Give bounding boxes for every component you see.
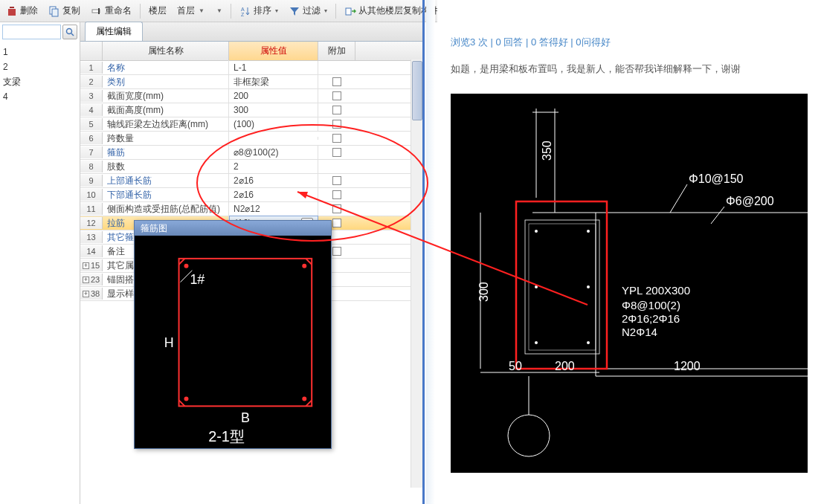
sort-button[interactable]: AZ 排序 ▾: [235, 3, 283, 19]
floor-selector[interactable]: 楼层: [144, 3, 171, 19]
tree-item[interactable]: 支梁: [1, 74, 78, 89]
floor-value: 首层: [177, 4, 195, 17]
property-name: 肢数: [103, 159, 229, 175]
svg-point-30: [587, 341, 590, 344]
append-checkbox[interactable]: [332, 190, 341, 199]
append-checkbox[interactable]: [332, 120, 341, 129]
property-row[interactable]: 6跨数量: [80, 132, 422, 146]
copy-icon: [48, 5, 60, 17]
filter-button[interactable]: 过滤 ▾: [284, 3, 332, 19]
property-name: 下部通长筋: [103, 187, 229, 203]
append-checkbox[interactable]: [332, 77, 341, 86]
property-row[interactable]: 5轴线距梁左边线距离(mm)(100): [80, 117, 422, 132]
property-row[interactable]: 9上部通长筋2⌀16: [80, 174, 422, 188]
property-value[interactable]: 非框架梁: [229, 74, 318, 90]
property-row[interactable]: 1名称L-1: [80, 61, 422, 75]
expand-icon[interactable]: +: [83, 262, 89, 269]
svg-point-13: [302, 264, 306, 268]
property-value[interactable]: 2: [229, 160, 318, 173]
rebar-title: 箍筋图: [135, 221, 331, 236]
svg-point-32: [587, 285, 590, 288]
cad-view[interactable]: 350 50 200 1200: [451, 94, 808, 473]
scrollbar[interactable]: [411, 59, 422, 488]
stats-line: 浏览3 次 | 0 回答 | 0 答得好 | 0问得好: [451, 36, 811, 49]
header-value: 属性值: [229, 42, 318, 60]
svg-rect-33: [516, 201, 607, 369]
svg-point-31: [535, 285, 538, 288]
copy-from-icon: [344, 5, 356, 17]
property-value[interactable]: 2⌀16: [229, 174, 318, 187]
append-checkbox[interactable]: [332, 106, 341, 114]
property-value[interactable]: N2⌀12: [229, 202, 318, 216]
property-row[interactable]: 10下部通长筋2⌀16: [80, 188, 422, 202]
property-row[interactable]: 4截面高度(mm)300: [80, 103, 422, 117]
floor-dropdown[interactable]: 首层 ▼: [173, 3, 209, 19]
append-checkbox[interactable]: [332, 148, 341, 157]
svg-point-9: [67, 29, 72, 34]
floor-next[interactable]: ▼: [210, 6, 227, 16]
append-checkbox[interactable]: [332, 219, 341, 227]
property-name: 名称: [103, 60, 229, 76]
svg-text:Z: Z: [241, 12, 245, 17]
property-row[interactable]: 8肢数2: [80, 160, 422, 174]
property-name: 轴线距梁左边线距离(mm): [103, 117, 229, 132]
tree-item[interactable]: 2: [1, 59, 78, 74]
svg-rect-3: [52, 9, 58, 16]
svg-point-14: [184, 396, 188, 401]
rename-icon: [91, 5, 103, 17]
property-value[interactable]: 2⌀16: [229, 188, 318, 201]
header-name: 属性名称: [103, 42, 229, 60]
property-name: 截面宽度(mm): [103, 88, 229, 104]
tree-item[interactable]: 1: [1, 45, 78, 59]
property-row[interactable]: 11侧面构造或受扭筋(总配筋值)N2⌀12: [80, 202, 422, 216]
dim-350: 350: [541, 140, 553, 161]
property-name: 类别: [103, 74, 229, 90]
filter-icon: [289, 5, 300, 17]
search-button[interactable]: [62, 25, 77, 39]
rebar-diagram-panel: 箍筋图 1# H B 2-1型: [134, 220, 332, 449]
property-value[interactable]: 300: [229, 103, 318, 117]
delete-label: 删除: [20, 4, 38, 17]
splitter[interactable]: [422, 0, 425, 504]
rebar-line3: N2Φ14: [622, 326, 657, 338]
property-name: 箍筋: [103, 145, 229, 161]
svg-line-10: [71, 33, 74, 36]
svg-rect-1: [10, 7, 14, 8]
rebar-label-1: 1#: [190, 272, 205, 287]
chevron-down-icon: ▾: [275, 7, 278, 14]
append-checkbox[interactable]: [332, 176, 341, 185]
rebar-diagram: 1# H B 2-1型: [135, 236, 331, 448]
property-row[interactable]: 3截面宽度(mm)200: [80, 89, 422, 103]
property-value[interactable]: ⌀8@100(2): [229, 146, 318, 159]
svg-rect-26: [529, 224, 596, 350]
search-icon: [65, 28, 74, 36]
tab-property-editor[interactable]: 属性编辑: [85, 22, 143, 41]
property-value[interactable]: 200: [229, 89, 318, 103]
svg-text:A: A: [241, 7, 245, 12]
header-append: 附加: [318, 42, 355, 60]
append-checkbox[interactable]: [332, 134, 341, 143]
floor-label: 楼层: [149, 4, 167, 17]
expand-icon[interactable]: +: [83, 277, 89, 283]
property-row[interactable]: 2类别非框架梁: [80, 75, 422, 89]
property-value[interactable]: [229, 137, 318, 140]
copy-button[interactable]: 复制: [44, 3, 85, 19]
rebar-label-h: H: [164, 335, 174, 350]
property-row[interactable]: 7箍筋⌀8@100(2): [80, 146, 422, 160]
search-input[interactable]: [2, 25, 61, 39]
chevron-down-icon: ▼: [199, 7, 205, 14]
append-checkbox[interactable]: [332, 91, 341, 100]
delete-button[interactable]: 删除: [1, 3, 42, 19]
expand-icon[interactable]: +: [83, 291, 89, 297]
append-checkbox[interactable]: [332, 204, 341, 213]
svg-point-15: [302, 396, 306, 401]
delete-icon: [6, 5, 18, 17]
tree-item[interactable]: 4: [1, 89, 78, 104]
left-panel: 1 2 支梁 4: [0, 22, 80, 504]
rename-button[interactable]: 重命名: [86, 3, 136, 19]
sort-label: 排序: [254, 4, 271, 17]
property-value[interactable]: L-1: [229, 61, 318, 74]
append-checkbox[interactable]: [332, 247, 341, 256]
property-value[interactable]: (100): [229, 117, 318, 131]
svg-rect-0: [8, 9, 16, 16]
